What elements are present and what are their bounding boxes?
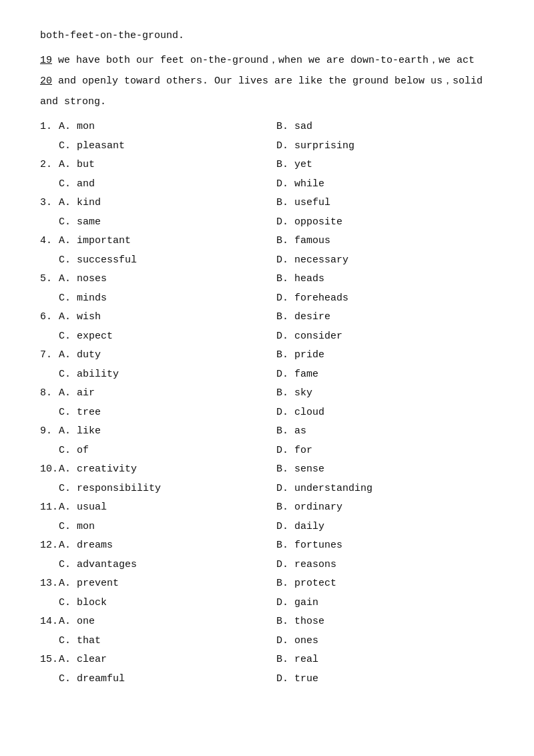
option-2-B: B. yet	[276, 156, 494, 175]
option-2-D: D. while	[276, 175, 494, 194]
question-row-3: 3.A. kindB. useful	[40, 194, 494, 213]
option-3-A: A. kind	[59, 194, 276, 213]
option-4-B: B. famous	[276, 232, 494, 251]
option-6-A: A. wish	[59, 308, 276, 327]
sub-options-row-12: C. advantagesD. reasons	[40, 556, 494, 575]
option-8-D: D. cloud	[276, 403, 494, 423]
option-7-D: D. fame	[276, 365, 494, 385]
header-line2: 19 we have both our feet on-the-ground，w…	[40, 51, 494, 69]
option-5-C: C. minds	[59, 289, 276, 309]
sub-options-row-4: C. successfulD. necessary	[40, 251, 494, 270]
option-11-C: C. mon	[59, 518, 276, 537]
option-14-C: C. that	[59, 632, 276, 651]
option-11-B: B. ordinary	[276, 498, 494, 518]
option-8-B: B. sky	[276, 384, 494, 403]
question-number-14: 14.	[40, 612, 59, 632]
option-13-A: A. prevent	[59, 574, 276, 594]
option-9-D: D. for	[276, 441, 494, 461]
header-line3: 20 and openly toward others. Our lives a…	[40, 72, 494, 90]
option-3-B: B. useful	[276, 194, 494, 213]
sub-options-row-2: C. andD. while	[40, 175, 494, 194]
option-9-A: A. like	[59, 422, 276, 441]
sub-options-row-1: C. pleasantD. surprising	[40, 137, 494, 156]
option-9-B: B. as	[276, 422, 494, 441]
option-14-D: D. ones	[276, 632, 494, 651]
option-14-B: B. those	[276, 612, 494, 632]
option-1-D: D. surprising	[276, 137, 494, 156]
blank-19: 19	[40, 55, 52, 66]
option-8-A: A. air	[59, 384, 276, 403]
sub-options-row-11: C. monD. daily	[40, 518, 494, 537]
header-line4: and strong.	[40, 93, 494, 111]
option-12-C: C. advantages	[59, 556, 276, 575]
question-number-13: 13.	[40, 574, 59, 594]
blank-20: 20	[40, 75, 52, 87]
option-12-B: B. fortunes	[276, 536, 494, 556]
question-number-8: 8.	[40, 384, 59, 403]
question-row-8: 8.A. airB. sky	[40, 384, 494, 403]
option-1-A: A. mon	[59, 118, 276, 137]
option-5-A: A. noses	[59, 270, 276, 289]
option-13-C: C. block	[59, 594, 276, 613]
question-row-7: 7.A. dutyB. pride	[40, 346, 494, 365]
option-10-C: C. responsibility	[59, 480, 276, 499]
question-row-5: 5.A. nosesB. heads	[40, 270, 494, 289]
option-1-B: B. sad	[276, 118, 494, 137]
question-number-12: 12.	[40, 536, 59, 556]
question-number-2: 2.	[40, 156, 59, 175]
option-10-B: B. sense	[276, 460, 494, 480]
option-13-B: B. protect	[276, 574, 494, 594]
question-number-6: 6.	[40, 308, 59, 327]
option-11-A: A. usual	[59, 498, 276, 518]
question-row-4: 4.A. importantB. famous	[40, 232, 494, 251]
option-6-B: B. desire	[276, 308, 494, 327]
option-5-D: D. foreheads	[276, 289, 494, 309]
question-row-15: 15.A. clearB. real	[40, 650, 494, 670]
sub-options-row-9: C. ofD. for	[40, 441, 494, 461]
option-7-B: B. pride	[276, 346, 494, 365]
option-6-C: C. expect	[59, 327, 276, 347]
option-4-D: D. necessary	[276, 251, 494, 270]
question-row-12: 12.A. dreamsB. fortunes	[40, 536, 494, 556]
sub-options-row-8: C. treeD. cloud	[40, 403, 494, 423]
question-number-11: 11.	[40, 498, 59, 518]
question-number-15: 15.	[40, 650, 59, 670]
sub-options-row-10: C. responsibilityD. understanding	[40, 480, 494, 499]
question-number-9: 9.	[40, 422, 59, 441]
option-7-A: A. duty	[59, 346, 276, 365]
question-number-3: 3.	[40, 194, 59, 213]
question-row-6: 6.A. wishB. desire	[40, 308, 494, 327]
sub-options-row-14: C. thatD. ones	[40, 632, 494, 651]
option-15-D: D. true	[276, 670, 494, 689]
sub-options-row-5: C. mindsD. foreheads	[40, 289, 494, 309]
option-8-C: C. tree	[59, 403, 276, 423]
header-line1: both-feet-on-the-ground.	[40, 27, 494, 45]
question-number-7: 7.	[40, 346, 59, 365]
question-row-13: 13.A. preventB. protect	[40, 574, 494, 594]
question-number-5: 5.	[40, 270, 59, 289]
question-row-11: 11.A. usualB. ordinary	[40, 498, 494, 518]
sub-options-row-7: C. abilityD. fame	[40, 365, 494, 385]
option-12-D: D. reasons	[276, 556, 494, 575]
sub-options-row-13: C. blockD. gain	[40, 594, 494, 613]
option-10-A: A. creativity	[59, 460, 276, 480]
option-5-B: B. heads	[276, 270, 494, 289]
option-14-A: A. one	[59, 612, 276, 632]
option-7-C: C. ability	[59, 365, 276, 385]
question-row-10: 10.A. creativityB. sense	[40, 460, 494, 480]
option-15-B: B. real	[276, 650, 494, 670]
page-content: both-feet-on-the-ground. 19 we have both…	[40, 27, 494, 689]
option-9-C: C. of	[59, 441, 276, 461]
option-4-A: A. important	[59, 232, 276, 251]
question-number-10: 10.	[40, 460, 59, 480]
option-13-D: D. gain	[276, 594, 494, 613]
option-1-C: C. pleasant	[59, 137, 276, 156]
question-row-9: 9.A. likeB. as	[40, 422, 494, 441]
sub-options-row-15: C. dreamfulD. true	[40, 670, 494, 689]
option-11-D: D. daily	[276, 518, 494, 537]
sub-options-row-3: C. sameD. opposite	[40, 213, 494, 232]
question-number-1: 1.	[40, 118, 59, 137]
option-2-A: A. but	[59, 156, 276, 175]
option-3-C: C. same	[59, 213, 276, 232]
question-number-4: 4.	[40, 232, 59, 251]
